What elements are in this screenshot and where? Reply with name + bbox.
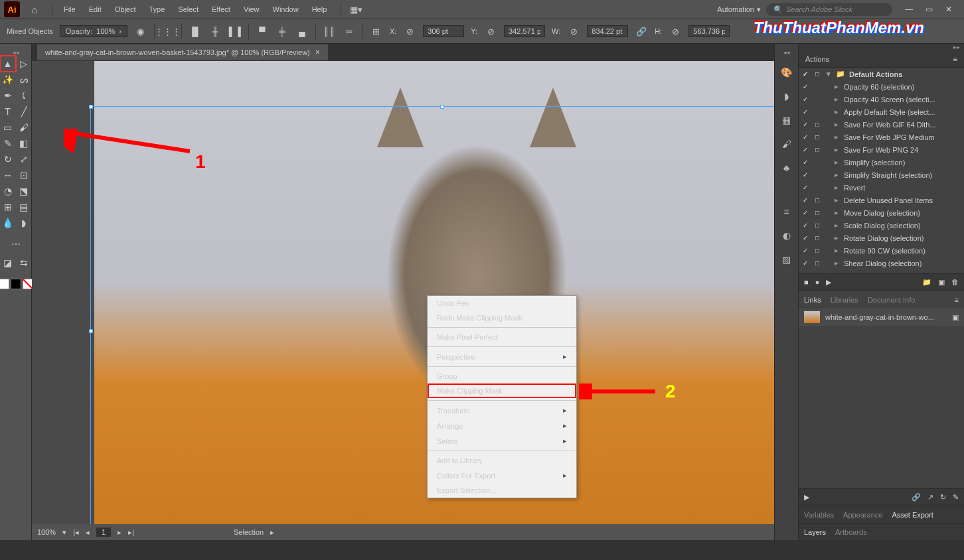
maximize-button[interactable]: ▭ (922, 3, 936, 15)
shaper-tool[interactable]: ✎ (0, 135, 16, 151)
action-item[interactable]: ✓□▸Shear Dialog (selection) (799, 257, 964, 269)
cm-group[interactable]: Group (428, 369, 576, 384)
link-item[interactable]: white-and-gray-cat-in-brown-wo... ▣ (799, 309, 964, 326)
y-input[interactable] (504, 25, 545, 37)
delete-icon[interactable]: 🗑 (951, 278, 959, 287)
arrange-documents-icon[interactable]: ▦▾ (349, 3, 362, 16)
artboard-nav-prev-icon[interactable]: ◂ (86, 528, 90, 537)
blend-tool[interactable]: ◗ (16, 215, 32, 231)
tab-document-info[interactable]: Document Info (868, 296, 916, 304)
actions-panel-header[interactable]: Actions≡ (799, 50, 964, 68)
cm-export-selection[interactable]: Export Selection... (428, 483, 576, 498)
show-more-icon[interactable]: ▶ (804, 493, 809, 502)
brushes-panel-icon[interactable]: 🖌 (779, 137, 794, 151)
search-input[interactable]: 🔍Search Adobe Stock (766, 3, 892, 16)
relink-icon[interactable]: 🔗 (912, 493, 921, 502)
width-tool[interactable]: ↔ (0, 167, 16, 183)
stroke-panel-icon[interactable]: ≡ (779, 204, 794, 219)
swatches-panel-icon[interactable]: ▦ (779, 113, 794, 127)
swap-fill-stroke[interactable]: ⇆ (16, 255, 32, 271)
eraser-tool[interactable]: ◧ (16, 135, 32, 151)
record-icon[interactable]: ● (815, 278, 820, 287)
lasso-tool[interactable]: ᔕ (16, 72, 32, 88)
direct-selection-tool[interactable]: ▷ (16, 56, 32, 72)
mesh-tool[interactable]: ⊞ (0, 199, 16, 215)
menu-view[interactable]: View (238, 3, 266, 16)
perspective-tool[interactable]: ⬔ (16, 183, 32, 199)
artboard-nav-last-icon[interactable]: ▸| (128, 528, 134, 537)
curvature-tool[interactable]: ⤹ (16, 88, 32, 104)
distribute-v-icon[interactable]: ═ (343, 25, 356, 38)
shape-builder-tool[interactable]: ◔ (0, 183, 16, 199)
align-vcenter-icon[interactable]: ╪ (276, 25, 289, 38)
minimize-button[interactable]: — (902, 3, 916, 15)
style-icon[interactable]: ◉ (134, 25, 147, 38)
align-right-icon[interactable]: ▌▐ (228, 25, 242, 38)
align-hcenter-icon[interactable]: ╫ (208, 25, 222, 38)
menu-object[interactable]: Object (109, 3, 142, 16)
color-swatches[interactable] (0, 279, 33, 289)
cm-pixel-perfect[interactable]: Make Pixel Perfect (428, 330, 576, 344)
cm-arrange[interactable]: Arrange▸ (428, 418, 576, 433)
action-item[interactable]: ✓ ▸Simplify Straight (selection) (799, 169, 964, 181)
type-tool[interactable]: T (0, 104, 16, 119)
h-input[interactable] (688, 25, 730, 37)
rectangle-tool[interactable]: ▭ (0, 119, 16, 135)
w-input[interactable] (587, 25, 628, 37)
paintbrush-tool[interactable]: 🖌 (16, 119, 32, 135)
tab-links[interactable]: Links (804, 296, 821, 304)
action-item[interactable]: ✓□▸Move Dialog (selection) (799, 206, 964, 219)
play-icon[interactable]: ▶ (826, 278, 831, 287)
align-bottom-icon[interactable]: ▄ (295, 25, 309, 38)
edit-toolbar[interactable]: ⋯ (0, 236, 31, 252)
color-guide-icon[interactable]: ◗ (779, 89, 794, 104)
cm-undo[interactable]: Undo Pen (428, 296, 576, 311)
tab-libraries[interactable]: Libraries (831, 296, 858, 304)
close-tab-icon[interactable]: × (315, 48, 320, 57)
gradient-tool[interactable]: ▤ (16, 199, 32, 215)
eyedropper-tool[interactable]: 💧 (0, 215, 16, 231)
cm-transform[interactable]: Transform▸ (428, 403, 576, 418)
zoom-level[interactable]: 100% (37, 528, 56, 536)
magic-wand-tool[interactable]: ✨ (0, 72, 16, 88)
menu-select[interactable]: Select (172, 3, 204, 16)
tab-artboards[interactable]: Artboards (835, 528, 867, 536)
action-item[interactable]: ✓□▸Rotate 90 CW (selection) (799, 244, 964, 257)
close-button[interactable]: ✕ (941, 3, 956, 15)
menu-help[interactable]: Help (306, 3, 333, 16)
tab-asset-export[interactable]: Asset Export (892, 511, 933, 519)
action-item[interactable]: ✓ ▸Opacity 40 Screen (selecti... (799, 93, 964, 105)
update-link-icon[interactable]: ↻ (940, 493, 946, 502)
panel-menu-icon[interactable]: ≡ (955, 296, 959, 304)
stop-icon[interactable]: ■ (804, 278, 809, 287)
artboard-nav-first-icon[interactable]: |◂ (73, 528, 79, 537)
align-top-icon[interactable]: ▀ (256, 25, 269, 38)
link-wh-icon[interactable]: 🔗 (635, 25, 648, 38)
edit-original-icon[interactable]: ✎ (953, 493, 959, 502)
panel-menu-icon[interactable]: ≡ (953, 55, 957, 63)
document-tab[interactable]: white-and-gray-cat-in-brown-woven-basket… (37, 44, 328, 60)
action-item[interactable]: ✓□▸Save For Web GIF 64 Dith... (799, 118, 964, 131)
tab-appearance[interactable]: Appearance (843, 511, 882, 519)
transparency-panel-icon[interactable]: ▨ (779, 252, 794, 267)
menu-effect[interactable]: Effect (206, 3, 236, 16)
automation-dropdown[interactable]: Automation▾ (717, 5, 761, 14)
action-item[interactable]: ✓□▸Rotate Dialog (selection) (799, 232, 964, 244)
opacity-control[interactable]: Opacity:100%› (60, 25, 127, 37)
free-transform-tool[interactable]: ⊡ (16, 167, 32, 183)
action-folder[interactable]: ✓□▾📁Default Actions (799, 68, 964, 80)
action-item[interactable]: ✓ ▸Revert (799, 181, 964, 194)
menu-edit[interactable]: Edit (83, 3, 108, 16)
action-item[interactable]: ✓ ▸Apply Default Style (select... (799, 105, 964, 118)
goto-link-icon[interactable]: ↗ (927, 493, 933, 502)
action-item[interactable]: ✓ ▸Opacity 60 (selection) (799, 80, 964, 93)
artboard-nav-next-icon[interactable]: ▸ (118, 528, 121, 537)
cm-make-clipping-mask[interactable]: Make Clipping Mask (428, 384, 576, 398)
line-tool[interactable]: ╱ (16, 104, 32, 119)
home-icon[interactable]: ⌂ (28, 3, 41, 16)
new-set-icon[interactable]: 📁 (922, 278, 931, 287)
distribute-h-icon[interactable]: ║║ (323, 25, 336, 38)
rotate-tool[interactable]: ↻ (0, 151, 16, 167)
action-item[interactable]: ✓□▸Save For Web JPG Medium (799, 131, 964, 143)
x-input[interactable] (423, 25, 464, 37)
